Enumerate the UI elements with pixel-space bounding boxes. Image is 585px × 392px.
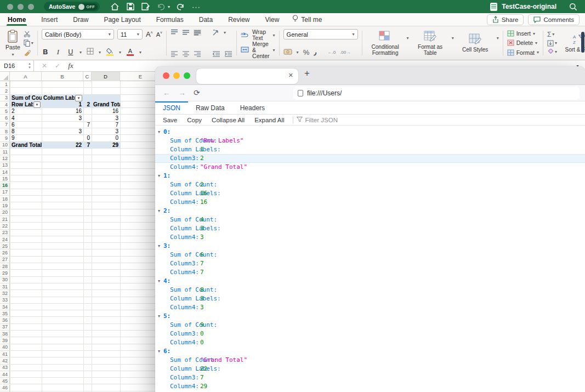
autosave-toggle[interactable]: AutoSave OFF (44, 2, 100, 12)
row-header-5[interactable]: 5 (0, 108, 10, 114)
bold-button[interactable]: B (42, 48, 49, 56)
cell-A5[interactable]: 2 (10, 108, 42, 115)
row-header-36[interactable]: 36 (0, 317, 10, 323)
row-header-10[interactable]: 10 (0, 142, 10, 148)
italic-button[interactable]: I (54, 48, 62, 56)
json-property-row[interactable]: Column Labels:3 (155, 224, 585, 233)
json-property-row[interactable]: Column Labels:1 (155, 145, 585, 154)
row-header-28[interactable]: 28 (0, 263, 10, 269)
row-header-23[interactable]: 23 (0, 230, 10, 236)
json-toolbar-copy-button[interactable]: Copy (182, 117, 207, 123)
align-right-button[interactable] (194, 50, 201, 57)
json-entry-header-3[interactable]: ▼3: (155, 242, 585, 251)
window-minimize-button[interactable] (18, 4, 24, 10)
filter-json-input[interactable]: Filter JSON (297, 117, 338, 123)
cell-D4[interactable]: Grand Total (92, 101, 120, 108)
cancel-entry-icon[interactable]: ✕ (42, 62, 47, 70)
cell-B3[interactable]: Column Labels (42, 95, 75, 101)
json-property-row[interactable]: Column3:0 (155, 329, 585, 338)
json-toolbar-collapse-all-button[interactable]: Collapse All (207, 117, 249, 123)
cell-C7[interactable]: 7 (83, 122, 92, 128)
json-toolbar-expand-all-button[interactable]: Expand All (249, 117, 289, 123)
new-tab-button[interactable]: + (304, 68, 310, 79)
row-header-17[interactable]: 17 (0, 189, 10, 195)
cell-styles-dropdown-icon[interactable]: ▾ (497, 36, 499, 41)
expander-icon[interactable]: ▼ (158, 312, 160, 321)
cell-D9[interactable]: 0 (92, 135, 120, 141)
viewer-tab-json[interactable]: JSON (155, 101, 188, 114)
increase-decimal-button[interactable]: ←.0 (327, 50, 336, 55)
browser-tab[interactable]: ✕ (196, 69, 298, 84)
conditional-formatting-button[interactable]: Conditional Formatting (366, 30, 405, 56)
font-color-dropdown-icon[interactable]: ▾ (139, 50, 141, 55)
cell-D8[interactable]: 3 (92, 128, 120, 135)
cut-button[interactable] (24, 30, 33, 38)
excel-tab-review[interactable]: Review (220, 13, 257, 26)
browser-close-button[interactable] (163, 72, 169, 79)
cell-B6[interactable]: 3 (42, 115, 83, 122)
row-header-12[interactable]: 12 (0, 155, 10, 161)
row-header-32[interactable]: 32 (0, 290, 10, 296)
json-property-row[interactable]: Column4:3 (155, 303, 585, 312)
conditional-formatting-dropdown-icon[interactable]: ▾ (407, 36, 409, 41)
copy-button[interactable]: ▾ (24, 39, 33, 47)
redo-icon[interactable] (177, 2, 185, 11)
json-entry-header-6[interactable]: ▼6: (155, 347, 585, 356)
row-header-41[interactable]: 41 (0, 351, 10, 357)
row-header-39[interactable]: 39 (0, 337, 10, 343)
json-property-row[interactable]: Column Labels:3 (155, 294, 585, 303)
delete-cells-button[interactable]: Delete ▾ (507, 38, 539, 47)
json-property-row[interactable]: Sum of Count:4 (155, 215, 585, 224)
json-entry-header-4[interactable]: ▼4: (155, 277, 585, 286)
cell-D6[interactable]: 3 (92, 115, 120, 122)
decrease-font-button[interactable]: A˅ (156, 31, 162, 38)
row-header-21[interactable]: 21 (0, 216, 10, 222)
merge-center-label[interactable]: Merge & Center (252, 41, 270, 59)
row-header-1[interactable]: 1 (0, 81, 10, 87)
json-property-row[interactable]: Column4:3 (155, 233, 585, 242)
select-all-corner[interactable] (0, 72, 10, 81)
expander-icon[interactable]: ▼ (158, 172, 160, 180)
row-header-14[interactable]: 14 (0, 169, 10, 175)
json-entry-header-1[interactable]: ▼1: (155, 172, 585, 180)
row-header-15[interactable]: 15 (0, 175, 10, 181)
json-property-row[interactable]: Sum of Count:"Row Labels" (155, 137, 585, 145)
row-header-22[interactable]: 22 (0, 223, 10, 229)
row-header-43[interactable]: 43 (0, 365, 10, 371)
excel-vertical-scrollbar[interactable] (581, 32, 584, 53)
underline-dropdown-icon[interactable]: ▾ (79, 50, 82, 55)
confirm-entry-icon[interactable]: ✓ (55, 62, 60, 70)
wrap-text-dropdown-icon[interactable]: ▾ (273, 33, 275, 38)
row-header-16[interactable]: 16 (0, 183, 10, 189)
expander-icon[interactable]: ▼ (158, 207, 160, 215)
reload-icon[interactable]: ⟳ (194, 88, 200, 97)
pivot-filter-button-A4[interactable]: ▼ (33, 101, 41, 108)
json-property-row[interactable]: Column4:16 (155, 198, 585, 207)
cell-C4[interactable]: 2 (83, 101, 92, 108)
json-toolbar-save-button[interactable]: Save (155, 117, 182, 123)
row-header-3[interactable]: 3 (0, 95, 10, 101)
cell-D10[interactable]: 29 (92, 142, 120, 149)
autosave-switch[interactable]: OFF (78, 3, 98, 10)
borders-button[interactable] (87, 47, 94, 57)
excel-tab-draw[interactable]: Draw (65, 13, 96, 26)
excel-tab-home[interactable]: Home (0, 13, 33, 26)
tell-me-button[interactable]: Tell me (287, 15, 327, 24)
cell-A9[interactable]: 9 (10, 135, 42, 141)
format-as-table-dropdown-icon[interactable]: ▾ (452, 36, 454, 41)
decrease-indent-button[interactable] (212, 50, 220, 57)
more-commands-icon[interactable]: ··· (192, 2, 201, 11)
merge-center-dropdown-icon[interactable]: ▾ (273, 48, 275, 53)
row-header-42[interactable]: 42 (0, 357, 10, 363)
column-header-c[interactable]: C (83, 72, 92, 81)
row-header-7[interactable]: 7 (0, 122, 10, 128)
insert-function-icon[interactable]: fx (68, 61, 73, 70)
json-property-row[interactable]: Column4:7 (155, 268, 585, 277)
json-property-row[interactable]: Column4:"Grand Total" (155, 163, 585, 172)
expander-icon[interactable]: ▼ (158, 242, 160, 251)
column-header-d[interactable]: D (92, 72, 120, 81)
json-entry-header-5[interactable]: ▼5: (155, 312, 585, 321)
borders-dropdown-icon[interactable]: ▾ (99, 50, 101, 55)
row-header-45[interactable]: 45 (0, 378, 10, 384)
row-header-20[interactable]: 20 (0, 209, 10, 215)
